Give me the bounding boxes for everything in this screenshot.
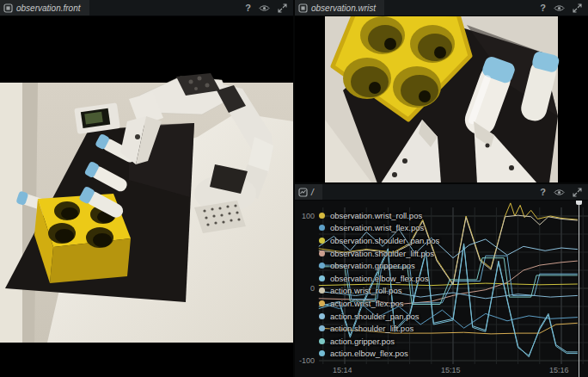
legend-label: action.elbow_flex.pos [330,349,408,358]
legend-color-dot [319,338,325,344]
legend-item[interactable]: action.elbow_flex.pos [319,348,439,361]
help-icon[interactable]: ? [540,188,546,197]
help-icon[interactable]: ? [540,3,546,13]
y-tick-label: -100 [295,356,315,365]
legend-item[interactable]: action.gripper.pos [319,335,439,348]
legend-label: observation.shoulder_lift.pos [330,249,434,258]
legend-item[interactable]: action.shoulder_pan.pos [319,310,439,323]
legend-label: action.shoulder_lift.pos [330,324,413,333]
legend-item[interactable]: action.wrist_flex.pos [319,297,439,310]
wrist-camera-image [295,16,588,182]
legend-label: observation.wrist_flex.pos [330,223,424,232]
legend-color-dot [319,300,325,306]
wrist-photo [325,16,560,182]
timeseries-chart-icon [298,188,308,197]
x-tick-label: 15:16 [549,366,569,374]
panel-observation-front: observation.front ? [0,0,293,377]
maximize-icon[interactable] [278,3,287,13]
legend-item[interactable]: observation.wrist_roll.pos [319,209,439,222]
legend-label: action.wrist_flex.pos [330,299,404,308]
panel-header-actions: ? [540,3,588,13]
legend-color-dot [319,213,325,219]
panel-header: / ? [295,184,588,201]
legend-label: observation.shoulder_pan.pos [330,236,439,245]
legend-item[interactable]: observation.shoulder_lift.pos [319,247,439,260]
legend-item[interactable]: observation.elbow_flex.pos [319,272,439,285]
y-tick-label: 100 [295,212,315,220]
plot-legend: observation.wrist_roll.posobservation.wr… [319,209,439,360]
panel-header-actions: ? [245,3,293,13]
time-cursor-handle[interactable] [576,201,582,205]
legend-label: observation.elbow_flex.pos [330,274,429,283]
panel-header-actions: ? [540,188,588,197]
legend-color-dot [319,238,325,244]
legend-label: action.wrist_roll.pos [330,286,401,295]
panel-title: observation.front [16,3,81,13]
panel-header: observation.wrist ? [295,0,588,16]
panel-header: observation.front ? [0,0,293,16]
legend-label: observation.wrist_roll.pos [330,211,422,220]
visibility-eye-icon[interactable] [554,4,565,12]
legend-label: observation.gripper.pos [330,261,415,270]
legend-color-dot [319,313,325,319]
spatial-2d-icon [298,3,308,13]
legend-label: action.shoulder_pan.pos [330,312,420,321]
front-camera-image [0,16,293,377]
visibility-eye-icon[interactable] [259,4,270,12]
legend-color-dot [319,287,325,294]
maximize-icon[interactable] [573,188,582,197]
spatial-2d-icon [3,3,13,13]
legend-color-dot [319,250,325,256]
rerun-viewer: observation.front ? [0,0,588,377]
timeseries-plot-area[interactable]: 15:1415:1515:16 1000-100 observation.wri… [295,201,588,377]
help-icon[interactable]: ? [245,3,251,13]
legend-item[interactable]: observation.shoulder_pan.pos [319,234,439,247]
panel-tab[interactable]: observation.front [0,0,89,15]
legend-color-dot [319,350,325,356]
time-cursor[interactable] [579,201,579,377]
legend-label: action.gripper.pos [330,337,395,346]
front-photo [0,73,293,343]
panel-observation-wrist: observation.wrist ? [295,0,588,182]
wrist-camera-view[interactable] [295,16,588,182]
legend-item[interactable]: action.shoulder_lift.pos [319,322,439,335]
x-tick-label: 15:15 [441,366,461,374]
legend-color-dot [319,263,325,269]
panel-tab[interactable]: observation.wrist [295,0,384,15]
legend-color-dot [319,275,325,281]
panel-title: / [311,188,314,197]
legend-item[interactable]: observation.wrist_flex.pos [319,222,439,235]
front-camera-view[interactable] [0,16,293,377]
panel-timeseries: / ? 15:1415:1515:16 1000-100 observation… [295,184,588,377]
visibility-eye-icon[interactable] [554,188,565,196]
x-tick-label: 15:14 [333,366,352,374]
legend-item[interactable]: action.wrist_roll.pos [319,285,439,298]
legend-color-dot [319,325,325,331]
legend-item[interactable]: observation.gripper.pos [319,259,439,272]
panel-title: observation.wrist [311,3,376,13]
panel-tab[interactable]: / [295,184,322,200]
legend-color-dot [319,225,325,231]
y-tick-label: 0 [295,284,315,293]
maximize-icon[interactable] [573,3,582,13]
